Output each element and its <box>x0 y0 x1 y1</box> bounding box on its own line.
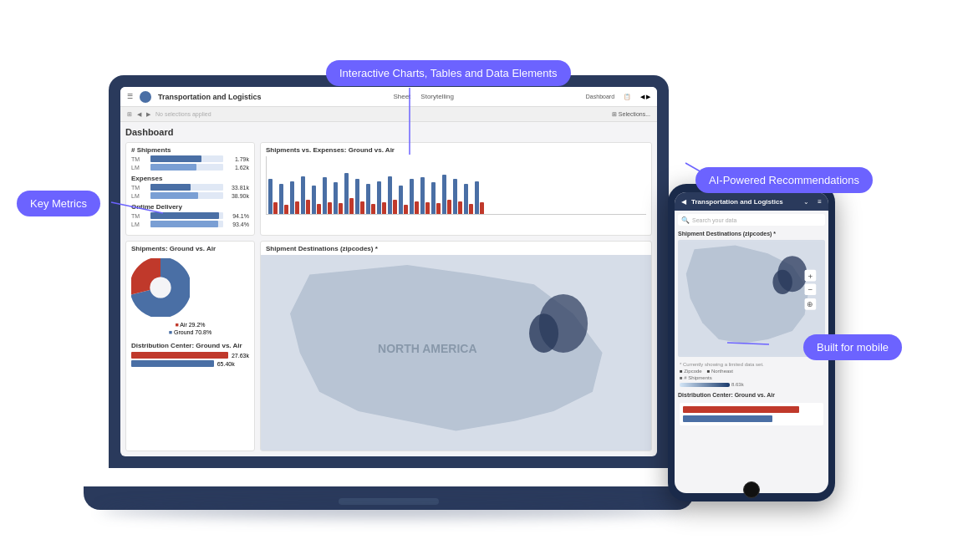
mobile-dist-title: Distribution Center: Ground vs. Air <box>675 390 828 400</box>
bar-group <box>399 186 408 214</box>
callout-ai-powered: AI-Powered Recommendations <box>695 167 873 193</box>
top-row: # Shipments TM 1.79k LM <box>125 142 652 236</box>
shipments-lm-bar <box>150 164 223 171</box>
bar-blue <box>475 181 479 214</box>
ontime-tm-label: TM <box>131 213 148 219</box>
bar-blue <box>464 184 468 214</box>
bar-red <box>284 205 288 214</box>
expenses-title: Expenses <box>131 175 249 182</box>
bar-blue <box>323 177 327 214</box>
dist-bar-row-2: 65.40k <box>131 360 249 367</box>
dashboard: ☰ Transportation and Logistics Sheet Sto… <box>120 87 657 456</box>
dashboard-title: Dashboard <box>125 127 652 137</box>
bar-red <box>415 201 419 214</box>
bar-red <box>306 200 310 214</box>
svg-text:⊕: ⊕ <box>807 300 813 308</box>
bar-group <box>279 184 288 214</box>
bar-red <box>436 203 441 214</box>
bar-group <box>301 176 310 214</box>
bar-group <box>355 179 364 214</box>
bar-red <box>382 202 386 214</box>
bar-group <box>323 177 332 214</box>
bar-red <box>371 204 375 214</box>
bar-chart-title: Shipments vs. Expenses: Ground vs. Air <box>266 146 646 154</box>
laptop-body: ☰ Transportation and Logistics Sheet Sto… <box>109 75 669 468</box>
ontime-lm-label: LM <box>131 221 148 227</box>
ontime-tm-row: TM 94.1% <box>131 212 249 219</box>
bar-group <box>334 182 343 214</box>
dash-topbar: ☰ Transportation and Logistics Sheet Sto… <box>120 87 657 107</box>
ontime-lm-row: LM 93.4% <box>131 221 249 227</box>
bar-blue <box>290 181 294 214</box>
bar-blue <box>442 175 446 214</box>
map-title: Shipment Destinations (zipcodes) * <box>266 245 646 252</box>
bar-blue <box>301 176 305 214</box>
laptop-screen: ☰ Transportation and Logistics Sheet Sto… <box>120 87 657 456</box>
expenses-tm-row: TM 33.81k <box>131 184 249 191</box>
bar-red <box>447 200 451 214</box>
shipments-title: # Shipments <box>131 146 249 154</box>
bar-blue <box>344 173 349 214</box>
bar-blue <box>268 179 273 214</box>
bar-blue <box>399 186 403 214</box>
bar-red <box>328 202 332 214</box>
bar-blue <box>431 182 436 214</box>
dist-title: Distribution Center: Ground vs. Air <box>131 342 249 349</box>
pie-chart-svg <box>131 258 190 317</box>
dash-toolbar: ⊞ ◀ ▶ No selections applied ⊞ Selections… <box>120 107 657 122</box>
expenses-tm-label: TM <box>131 185 148 191</box>
expenses-tm-value: 33.81k <box>226 185 249 191</box>
shipments-metric: # Shipments TM 1.79k LM <box>131 146 249 171</box>
bar-blue <box>366 184 370 214</box>
bar-red <box>317 204 321 214</box>
shipments-tm-row: TM 1.79k <box>131 155 249 162</box>
bar-red <box>349 198 354 214</box>
expenses-lm-row: LM 38.90k <box>131 192 249 199</box>
pie-chart-title: Shipments: Ground vs. Air <box>131 245 249 252</box>
shipments-tm-value: 1.79k <box>226 156 249 162</box>
mobile-search-bar[interactable]: 🔍 Search your data <box>678 214 825 226</box>
bar-group <box>453 179 462 214</box>
bar-group <box>366 184 375 214</box>
ontime-lm-value: 93.4% <box>226 221 249 227</box>
bar-blue <box>279 184 283 214</box>
svg-point-15 <box>772 270 792 294</box>
bar-red <box>360 201 364 214</box>
svg-point-10 <box>529 313 558 353</box>
bar-blue <box>388 176 392 214</box>
bar-group <box>442 175 451 214</box>
shipments-lm-value: 1.62k <box>226 165 249 171</box>
bar-red <box>425 202 430 214</box>
expenses-lm-label: LM <box>131 193 148 199</box>
bar-blue <box>312 186 316 214</box>
mobile-title: Transportation and Logistics <box>691 198 783 206</box>
dist-bar-row-1: 27.63k <box>131 352 249 359</box>
metrics-panel: # Shipments TM 1.79k LM <box>125 142 255 236</box>
bar-red <box>339 203 343 214</box>
mobile-map-svg: + − ⊕ <box>678 240 825 357</box>
map-panel: Shipment Destinations (zipcodes) * <box>260 241 652 451</box>
callout-interactive-charts: Interactive Charts, Tables and Data Elem… <box>326 60 571 86</box>
ontime-lm-bar <box>150 221 223 227</box>
mobile-map-section-title: Shipment Destinations (zipcodes) * <box>675 229 828 238</box>
bar-chart-panel: Shipments vs. Expenses: Ground vs. Air <box>260 142 652 236</box>
bar-group <box>388 176 397 214</box>
bar-blue <box>453 179 457 214</box>
bar-group <box>410 179 419 214</box>
callout-built-for-mobile: Built for mobile <box>803 334 902 360</box>
ontime-metric: Ontime Delivery TM 94.1% LM <box>131 203 249 227</box>
bar-group <box>344 173 354 214</box>
shipments-tm-bar <box>150 155 223 162</box>
expenses-lm-value: 38.90k <box>226 193 249 199</box>
bar-group <box>464 184 473 214</box>
bar-group <box>431 182 441 214</box>
svg-text:−: − <box>808 285 813 294</box>
bar-red <box>404 205 408 214</box>
expenses-tm-bar <box>150 184 223 191</box>
bar-blue <box>334 182 338 214</box>
bar-red <box>480 202 484 214</box>
bar-red <box>469 204 473 214</box>
bar-group <box>377 181 386 214</box>
svg-text:+: + <box>808 272 813 281</box>
bar-red <box>458 201 462 214</box>
